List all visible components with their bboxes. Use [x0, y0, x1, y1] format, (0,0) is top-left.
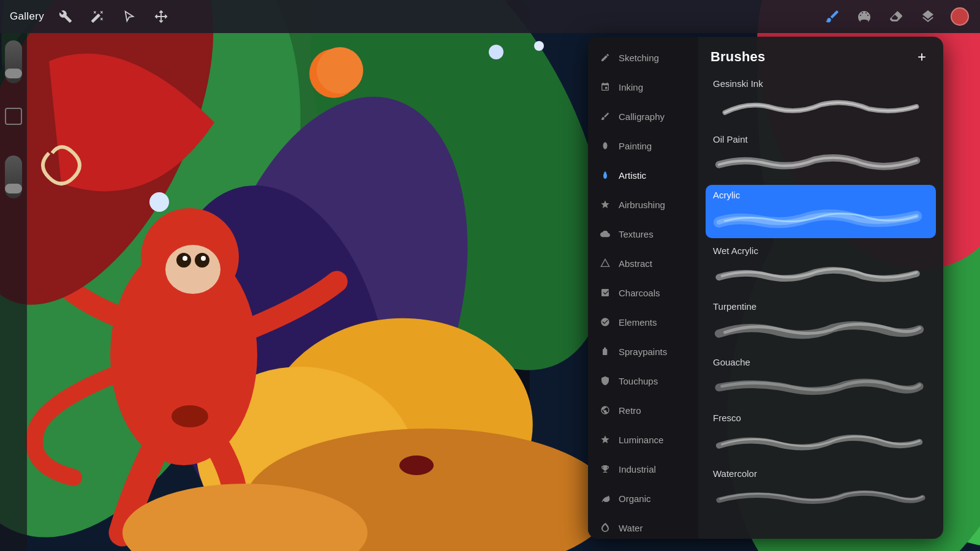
textures-label: Textures — [619, 229, 654, 239]
brush-name-watercolor: Watercolor — [706, 463, 936, 480]
category-item-abstract[interactable]: Abstract — [588, 249, 698, 278]
category-item-organic[interactable]: Organic — [588, 484, 698, 513]
magic-wand-icon-button[interactable] — [87, 6, 108, 27]
svg-point-26 — [149, 192, 169, 212]
industrial-icon — [599, 463, 611, 475]
category-item-water[interactable]: Water — [588, 513, 698, 539]
category-item-artistic[interactable]: Artistic — [588, 160, 698, 190]
brush-item-oil-paint[interactable]: Oil Paint — [706, 129, 936, 182]
category-item-elements[interactable]: Elements — [588, 307, 698, 337]
smudge-tool-button[interactable] — [854, 6, 875, 27]
brush-items-list: Gesinski Ink Oil Paint — [698, 73, 943, 539]
brush-item-gesinski-ink[interactable]: Gesinski Ink — [706, 73, 936, 127]
svg-point-28 — [317, 47, 363, 94]
brush-item-acrylic[interactable]: Acrylic — [706, 185, 936, 238]
artistic-label: Artistic — [619, 170, 646, 181]
brush-name-fresco: Fresco — [706, 408, 936, 424]
water-label: Water — [619, 523, 643, 533]
top-bar-right — [822, 6, 970, 27]
gallery-button[interactable]: Gallery — [10, 10, 44, 23]
left-sidebar — [0, 33, 27, 551]
svg-point-18 — [183, 256, 187, 261]
category-item-spraypaints[interactable]: Spraypaints — [588, 337, 698, 366]
luminance-label: Luminance — [619, 435, 663, 445]
spraypaints-label: Spraypaints — [619, 347, 667, 357]
artistic-icon — [599, 169, 611, 181]
layers-button[interactable] — [918, 6, 938, 27]
luminance-icon — [599, 433, 611, 446]
organic-icon — [599, 492, 611, 504]
category-item-painting[interactable]: Painting — [588, 131, 698, 160]
sketching-label: Sketching — [619, 53, 659, 63]
stroke-watercolor — [706, 480, 936, 517]
category-list: Sketching Inking Calligraphy Painting — [588, 37, 698, 539]
category-item-sketching[interactable]: Sketching — [588, 43, 698, 72]
sketching-icon — [599, 51, 611, 64]
color-square[interactable] — [5, 108, 22, 125]
touchups-label: Touchups — [619, 376, 658, 386]
brush-size-slider[interactable] — [5, 40, 22, 83]
calligraphy-icon — [599, 110, 611, 122]
svg-point-33 — [603, 142, 608, 149]
category-item-industrial[interactable]: Industrial — [588, 454, 698, 484]
svg-point-34 — [603, 173, 607, 179]
painting-icon — [599, 140, 611, 152]
category-item-touchups[interactable]: Touchups — [588, 366, 698, 395]
inking-label: Inking — [619, 82, 643, 92]
stroke-gouache — [706, 369, 936, 405]
svg-point-15 — [165, 245, 221, 294]
airbrushing-label: Airbrushing — [619, 200, 665, 210]
elements-icon — [599, 316, 611, 328]
calligraphy-label: Calligraphy — [619, 111, 665, 122]
brush-item-wet-acrylic[interactable]: Wet Acrylic — [706, 241, 936, 294]
brush-item-turpentine[interactable]: Turpentine — [706, 296, 936, 350]
category-item-calligraphy[interactable]: Calligraphy — [588, 102, 698, 131]
inking-icon — [599, 81, 611, 93]
brush-item-fresco[interactable]: Fresco — [706, 408, 936, 461]
category-item-airbrushing[interactable]: Airbrushing — [588, 190, 698, 219]
svg-point-32 — [399, 455, 434, 475]
selection-icon-button[interactable] — [119, 6, 140, 27]
opacity-slider[interactable] — [5, 156, 22, 198]
wrench-icon-button[interactable] — [55, 6, 76, 27]
brush-item-gouache[interactable]: Gouache — [706, 352, 936, 405]
airbrushing-icon — [599, 198, 611, 211]
retro-icon — [599, 404, 611, 416]
eraser-tool-button[interactable] — [886, 6, 907, 27]
brush-size-thumb — [5, 69, 22, 78]
charcoals-label: Charcoals — [619, 288, 660, 298]
brush-name-oil-paint: Oil Paint — [706, 129, 936, 146]
brush-panel: Sketching Inking Calligraphy Painting — [588, 37, 943, 539]
stroke-fresco — [706, 424, 936, 461]
textures-icon — [599, 228, 611, 240]
water-icon — [599, 522, 611, 534]
brush-name-wet-acrylic: Wet Acrylic — [706, 241, 936, 257]
category-item-charcoals[interactable]: Charcoals — [588, 278, 698, 307]
touchups-icon — [599, 375, 611, 387]
abstract-icon — [599, 257, 611, 269]
stroke-gesinski — [706, 90, 936, 127]
painting-label: Painting — [619, 141, 652, 151]
category-item-textures[interactable]: Textures — [588, 219, 698, 249]
charcoals-icon — [599, 287, 611, 299]
industrial-label: Industrial — [619, 464, 656, 474]
category-item-inking[interactable]: Inking — [588, 72, 698, 102]
brush-panel-title: Brushes — [710, 49, 765, 65]
brush-tool-button[interactable] — [822, 6, 843, 27]
organic-label: Organic — [619, 493, 651, 504]
color-swatch[interactable] — [949, 6, 970, 27]
brush-item-watercolor[interactable]: Watercolor — [706, 463, 936, 517]
svg-marker-36 — [601, 259, 609, 266]
top-bar: Gallery — [0, 0, 980, 33]
transform-icon-button[interactable] — [151, 6, 172, 27]
svg-point-19 — [201, 256, 206, 261]
spraypaints-icon — [599, 345, 611, 358]
brush-panel-header: Brushes + — [698, 37, 943, 73]
stroke-wet-acrylic — [706, 257, 936, 294]
category-item-luminance[interactable]: Luminance — [588, 425, 698, 454]
opacity-thumb — [5, 184, 22, 193]
category-item-retro[interactable]: Retro — [588, 395, 698, 425]
stroke-oil-paint — [706, 146, 936, 182]
add-brush-button[interactable]: + — [913, 48, 931, 66]
svg-point-25 — [534, 41, 544, 51]
